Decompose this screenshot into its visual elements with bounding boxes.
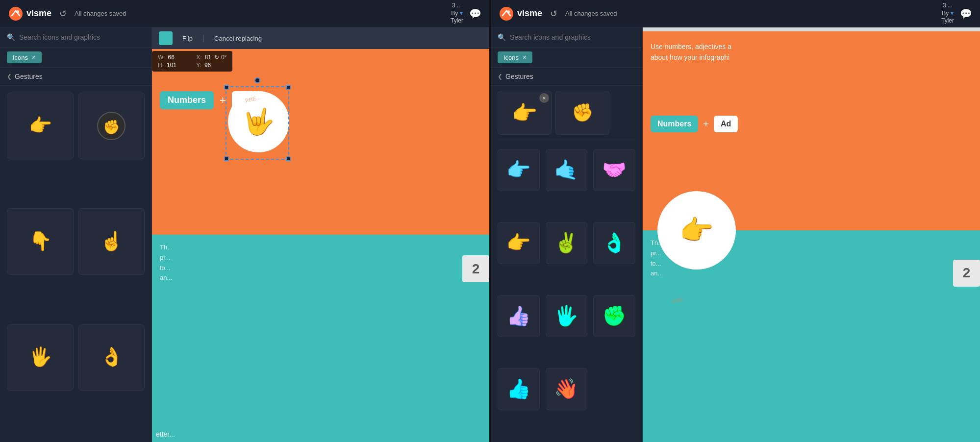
selected-icon-pointing[interactable]: 👉 × [498, 91, 552, 135]
visme-logo-icon-left [8, 6, 24, 22]
search-icon-left: 🔍 [7, 33, 15, 41]
search-input-right[interactable] [510, 33, 635, 41]
flip-button[interactable]: Flip [178, 33, 197, 44]
right-content-area: 🔍 Icons × ❮ Gestures 👉 × [491, 27, 980, 442]
selected-icons-row: 👉 × ✊ [491, 86, 642, 138]
speech-bubble-right: 👉 [657, 191, 736, 270]
category-header-left[interactable]: ❮ Gestures [0, 68, 151, 86]
tag-close-right[interactable]: × [523, 53, 527, 61]
tag-row-left: Icons × [0, 48, 151, 68]
visme-logo-icon-right [499, 6, 514, 22]
speech-bubble-element[interactable]: 🤟 PRE... PRE... [221, 76, 309, 174]
right-icons-grid-expanded: 👉 🤙 🤝 👉 ✌️ 👌 👍 🖐 ✊ 👍 👋 [491, 142, 642, 442]
color-swatch[interactable] [159, 31, 173, 45]
right-panel: visme ↺ All changes saved 3 ... By ▾ Tyl… [491, 0, 980, 442]
undo-button-left[interactable]: ↺ [59, 8, 67, 19]
right-canvas-content: Use numbers, adjectives aabout how your … [643, 27, 980, 442]
sidebar-divider-right [498, 140, 635, 140]
left-panel: visme ↺ All changes saved 3 ... By ▾ Tyl… [0, 0, 489, 442]
dimension-overlay: W: 66 X: 81 ↻ 0° H: 101 Y: 96 [152, 51, 232, 72]
chevron-left-icon-right: ❮ [498, 73, 503, 80]
svg-text:☝️: ☝️ [100, 230, 124, 252]
right-sidebar: 🔍 Icons × ❮ Gestures 👉 × [491, 27, 643, 442]
exp-icon-2[interactable]: 🤙 [546, 149, 588, 191]
svg-point-1 [16, 10, 19, 13]
handle-br[interactable] [286, 156, 291, 161]
undo-button-right[interactable]: ↺ [550, 8, 557, 19]
exp-icon-1[interactable]: 👉 [498, 149, 540, 191]
selection-box [226, 86, 289, 160]
left-canvas: Flip | Cancel replacing W: 66 X: 81 ↻ 0°… [152, 27, 489, 442]
svg-text:👌: 👌 [100, 345, 124, 368]
right-search-bar: 🔍 [491, 27, 642, 48]
left-navbar: visme ↺ All changes saved 3 ... By ▾ Tyl… [0, 0, 489, 27]
icon-card-stop-hand[interactable]: 🖐 [7, 324, 74, 391]
right-navbar: visme ↺ All changes saved 3 ... By ▾ Tyl… [491, 0, 980, 27]
card-remove-icon[interactable]: × [539, 93, 549, 103]
canvas-top-text-right: Use numbers, adjectives aabout how your … [651, 41, 731, 63]
category-header-right[interactable]: ❮ Gestures [491, 68, 642, 86]
selected-icon-fist[interactable]: ✊ [555, 91, 609, 135]
rotate-handle[interactable] [254, 77, 260, 83]
icons-tag-left[interactable]: Icons × [7, 51, 42, 63]
saved-status-left: All changes saved [75, 10, 126, 17]
slide-info-left: 3 ... By ▾ Tyler [451, 2, 463, 25]
left-search-bar: 🔍 [0, 27, 151, 48]
cancel-replacing-button[interactable]: Cancel replacing [210, 33, 266, 44]
svg-point-0 [9, 7, 23, 21]
visme-logo-left: visme [8, 6, 51, 22]
svg-text:✊: ✊ [103, 119, 120, 135]
exp-icon-11[interactable]: 👋 [546, 368, 588, 410]
icon-card-touch-gesture[interactable]: ☝️ [78, 208, 145, 275]
visme-logo-text-right: visme [517, 8, 542, 19]
right-canvas: Use numbers, adjectives aabout how your … [643, 27, 980, 442]
exp-icon-9[interactable]: ✊ [593, 295, 635, 337]
numbers-row-right: Numbers + Ad [643, 116, 746, 132]
left-icons-grid: 👉 ✊ 👇 [0, 86, 151, 442]
chevron-left-icon-left: ❮ [7, 73, 12, 80]
left-canvas-content: Numbers + Ad Th...pr...to...an... etter.… [152, 27, 489, 442]
exp-icon-7[interactable]: 👍 [498, 295, 540, 337]
exp-icon-5[interactable]: ✌️ [546, 222, 588, 264]
visme-logo-right: visme [499, 6, 542, 22]
chevron-down-icon-left[interactable]: ▾ [460, 10, 463, 17]
svg-point-16 [507, 10, 510, 13]
svg-text:👉: 👉 [28, 114, 52, 137]
svg-text:🖐: 🖐 [28, 345, 52, 368]
icons-tag-right[interactable]: Icons × [498, 51, 532, 63]
saved-status-right: All changes saved [565, 10, 617, 17]
search-input-left[interactable] [19, 33, 145, 41]
numbers-button-canvas-left: Numbers [160, 91, 214, 109]
svg-text:👇: 👇 [28, 230, 52, 252]
tag-row-right: Icons × [491, 48, 642, 68]
chat-icon-left[interactable]: 💬 [469, 8, 481, 20]
tag-close-left[interactable]: × [32, 53, 36, 61]
number-2-badge: 2 [462, 255, 489, 282]
svg-point-15 [500, 7, 513, 21]
visme-logo-text-left: visme [26, 8, 51, 19]
icon-card-fist-circle[interactable]: ✊ [78, 93, 145, 159]
slide-info-right: 3 ... By ▾ Tyler [941, 2, 954, 25]
handle-tl[interactable] [224, 85, 229, 90]
handle-tr[interactable] [286, 85, 291, 90]
canvas-body-text-left: Th...pr...to...an... [160, 243, 481, 283]
left-sidebar: 🔍 Icons × ❮ Gestures [0, 27, 152, 442]
exp-icon-6[interactable]: 👌 [593, 222, 635, 264]
chat-icon-right[interactable]: 💬 [960, 8, 972, 20]
exp-icon-10[interactable]: 👍 [498, 368, 540, 410]
number-2-badge-right: 2 [953, 260, 980, 287]
icon-card-pointing-down[interactable]: 👇 [7, 208, 74, 275]
exp-icon-4[interactable]: 👉 [498, 222, 540, 264]
search-icon-right: 🔍 [498, 33, 506, 41]
icon-card-ok-gesture[interactable]: 👌 [78, 324, 145, 391]
handle-bl[interactable] [224, 156, 229, 161]
icon-card-pointing-right[interactable]: 👉 [7, 93, 74, 159]
replace-toolbar: Flip | Cancel replacing [152, 27, 489, 49]
left-content-area: 🔍 Icons × ❮ Gestures [0, 27, 489, 442]
exp-icon-3[interactable]: 🤝 [593, 149, 635, 191]
chevron-down-icon-right[interactable]: ▾ [951, 10, 954, 17]
exp-icon-8[interactable]: 🖐 [546, 295, 588, 337]
